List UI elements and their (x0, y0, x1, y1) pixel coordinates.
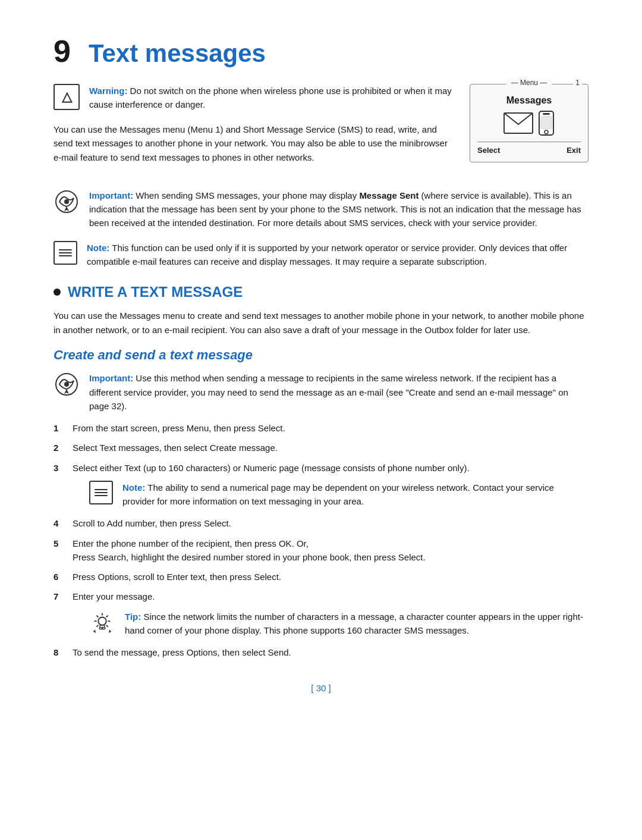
note-icon-lines (59, 249, 72, 256)
note-icon-2 (89, 481, 113, 504)
intro-section: △ Warning: Do not switch on the phone wh… (54, 84, 588, 175)
svg-line-16 (106, 615, 108, 617)
step-2-num: 2 (54, 441, 64, 455)
steps-list-3: 8 To send the message, press Options, th… (54, 645, 588, 659)
bullet-dot (54, 289, 61, 296)
tip-icon (89, 610, 115, 636)
chapter-number: 9 (54, 36, 71, 67)
select-label: Select (477, 146, 500, 155)
warning-text: Warning: Do not switch on the phone when… (89, 84, 452, 112)
phone-menu-box: — Menu — 1 Messages Select Exit (470, 84, 588, 162)
svg-rect-4 (541, 117, 552, 128)
steps-list-2: 4 Scroll to Add number, then press Selec… (54, 516, 588, 603)
step-5-num: 5 (54, 537, 64, 550)
warning-label: Warning: (89, 86, 127, 96)
important-icon-1 (54, 189, 80, 215)
important-label-1: Important: (89, 190, 133, 200)
svg-point-9 (98, 617, 106, 625)
warning-block: △ Warning: Do not switch on the phone wh… (54, 84, 452, 112)
write-section-intro: You can use the Messages menu to create … (54, 309, 588, 337)
intro-para: You can use the Messages menu (Menu 1) a… (54, 123, 452, 165)
step-2: 2 Select Text messages, then select Crea… (54, 441, 588, 455)
note-line (59, 255, 72, 256)
note-line (59, 252, 72, 253)
note-line (59, 249, 72, 250)
note-label-2: Note: (122, 482, 145, 493)
note-icon-1 (54, 241, 77, 265)
step-5-content: Enter the phone number of the recipient,… (73, 537, 588, 565)
step-6-content: Press Options, scroll to Enter text, the… (73, 570, 588, 584)
menu-label: — Menu — (506, 79, 552, 87)
svg-point-6 (64, 199, 69, 204)
note-label-1: Note: (87, 243, 109, 253)
svg-rect-2 (543, 113, 550, 115)
tip-svg-icon (90, 611, 114, 635)
important-text-2: Important: Use this method when sending … (89, 371, 588, 413)
arrow-icon-2 (55, 372, 78, 396)
step-6-num: 6 (54, 570, 64, 584)
step-4-num: 4 (54, 516, 64, 530)
phone-menu-bottom: Select Exit (477, 142, 581, 155)
write-section-title: WRITE A TEXT MESSAGE (68, 284, 243, 300)
page-footer: [ 30 ] (54, 683, 588, 693)
svg-point-8 (64, 382, 69, 387)
step-1: 1 From the start screen, press Menu, the… (54, 421, 588, 435)
write-section-heading: WRITE A TEXT MESSAGE (54, 284, 588, 300)
note-line (95, 489, 108, 490)
svg-line-15 (106, 625, 108, 626)
step-5: 5 Enter the phone number of the recipien… (54, 537, 588, 565)
step-8-content: To send the message, press Options, then… (73, 645, 588, 659)
step-4-content: Scroll to Add number, then press Select. (73, 516, 588, 530)
note-icon-lines-2 (95, 489, 108, 496)
note-block-1: Note: This function can be used only if … (54, 241, 588, 269)
tip-block: Tip: Since the network limits the number… (89, 610, 588, 638)
menu-number: 1 (573, 79, 582, 87)
phone-small-icon (538, 111, 555, 136)
important-block-2: Important: Use this method when sending … (54, 371, 588, 413)
note-text-2: Note: The ability to send a numerical pa… (122, 481, 588, 509)
step-7-content: Enter your message. (73, 590, 588, 603)
important-icon-2 (54, 371, 80, 397)
note-line (95, 492, 108, 493)
important-block-1: Important: When sending SMS messages, yo… (54, 189, 588, 230)
chapter-header: 9 Text messages (54, 36, 588, 67)
intro-left: △ Warning: Do not switch on the phone wh… (54, 84, 452, 175)
step-7: 7 Enter your message. (54, 590, 588, 603)
important-text-1: Important: When sending SMS messages, yo… (89, 189, 588, 230)
phone-icon-area (477, 111, 581, 136)
arrow-icon (55, 190, 78, 214)
svg-line-14 (96, 615, 98, 617)
page-indicator: [ 30 ] (311, 683, 331, 693)
tip-label: Tip: (125, 612, 141, 622)
step-3-num: 3 (54, 461, 64, 475)
important-label-2: Important: (89, 373, 133, 383)
chapter-title: Text messages (89, 40, 266, 67)
step-6: 6 Press Options, scroll to Enter text, t… (54, 570, 588, 584)
steps-list-1: 1 From the start screen, press Menu, the… (54, 421, 588, 475)
step-8: 8 To send the message, press Options, th… (54, 645, 588, 659)
phone-messages-text: Messages (477, 95, 581, 106)
envelope-icon (503, 112, 533, 134)
phone-menu-container: — Menu — 1 Messages Select Exit (470, 84, 588, 162)
tip-text: Tip: Since the network limits the number… (125, 610, 588, 638)
svg-line-17 (96, 625, 98, 626)
warning-icon: △ (54, 84, 80, 110)
note-block-2: Note: The ability to send a numerical pa… (89, 481, 588, 509)
exit-label: Exit (567, 146, 581, 155)
note-text-1: Note: This function can be used only if … (87, 241, 588, 269)
step-8-num: 8 (54, 645, 64, 659)
step-3: 3 Select either Text (up to 160 characte… (54, 461, 588, 475)
step-7-num: 7 (54, 590, 64, 603)
step-2-content: Select Text messages, then select Create… (73, 441, 588, 455)
step-1-num: 1 (54, 421, 64, 435)
step-1-content: From the start screen, press Menu, then … (73, 421, 588, 435)
step-4: 4 Scroll to Add number, then press Selec… (54, 516, 588, 530)
create-section-heading: Create and send a text message (54, 347, 588, 363)
note-line (95, 495, 108, 496)
step-3-content: Select either Text (up to 160 characters… (73, 461, 588, 475)
